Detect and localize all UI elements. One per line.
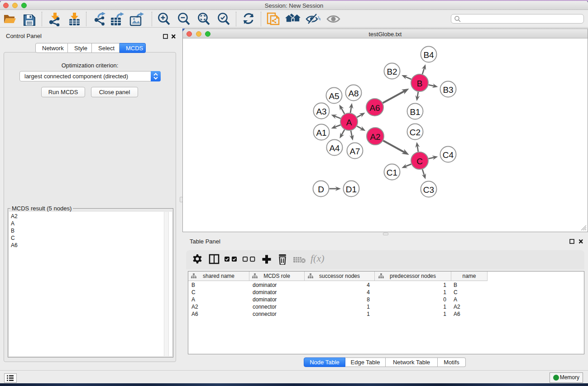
svg-text:B4: B4 xyxy=(423,50,434,60)
svg-text:A8: A8 xyxy=(348,89,359,98)
svg-text:C4: C4 xyxy=(443,150,454,160)
svg-text:B1: B1 xyxy=(410,107,420,117)
svg-text:C2: C2 xyxy=(410,128,421,137)
svg-text:B3: B3 xyxy=(443,85,453,95)
svg-text:A5: A5 xyxy=(329,91,339,101)
svg-text:A4: A4 xyxy=(329,143,340,153)
svg-text:A: A xyxy=(346,118,352,127)
svg-text:B2: B2 xyxy=(387,67,397,76)
svg-text:C: C xyxy=(416,157,423,166)
svg-text:D: D xyxy=(318,185,324,194)
svg-text:C1: C1 xyxy=(387,168,397,177)
svg-text:A1: A1 xyxy=(316,128,326,138)
svg-text:B: B xyxy=(417,79,423,88)
svg-text:A3: A3 xyxy=(316,107,326,116)
svg-text:C3: C3 xyxy=(423,185,434,195)
svg-text:A7: A7 xyxy=(349,147,360,156)
svg-text:A2: A2 xyxy=(370,132,380,142)
svg-text:D1: D1 xyxy=(346,185,357,194)
svg-text:A6: A6 xyxy=(369,103,380,113)
